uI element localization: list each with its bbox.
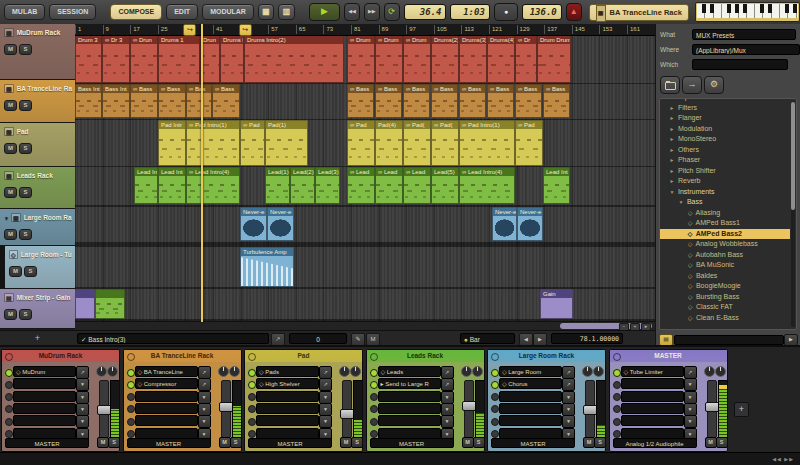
mute-button[interactable]: M bbox=[4, 44, 17, 55]
arrangement-clip[interactable]: ∞ Dr bbox=[515, 35, 537, 83]
arrangement-clip[interactable]: Drums 1 bbox=[158, 35, 200, 83]
slot-name-field[interactable] bbox=[378, 415, 441, 426]
solo-button[interactable]: S bbox=[24, 266, 37, 277]
browser-settings-button[interactable]: ⚙ bbox=[704, 76, 724, 94]
tree-item-monostereo[interactable]: ► MonoStereo bbox=[660, 134, 790, 145]
arrangement-clip[interactable]: ∞ Drum bbox=[375, 35, 403, 83]
strip-mute-button[interactable]: M bbox=[462, 437, 474, 448]
tree-item-flanger[interactable]: ► Flanger bbox=[660, 113, 790, 124]
solo-button[interactable]: S bbox=[19, 100, 32, 111]
loop-end-flag[interactable]: ↪ bbox=[239, 24, 252, 36]
which-field[interactable] bbox=[692, 59, 788, 70]
tree-item-bursting-bass[interactable]: ◇ Bursting Bass bbox=[660, 292, 790, 303]
apply-preset-button[interactable]: → bbox=[682, 76, 702, 94]
arrangement-clip[interactable]: ∞ Drum bbox=[347, 35, 375, 83]
arrangement-clip[interactable]: Drums I bbox=[220, 35, 244, 83]
strip-collapse-icon[interactable] bbox=[127, 353, 135, 361]
slot-name-field[interactable]: ◇ Chorus bbox=[499, 378, 562, 389]
device-slot-5[interactable]: ▼ bbox=[491, 428, 575, 439]
device-slot-3[interactable]: ▼ bbox=[248, 403, 332, 414]
arrangement-clip[interactable]: ∞ Bass bbox=[459, 84, 486, 118]
arrangement-clip[interactable]: Pad(1) bbox=[265, 120, 308, 166]
arrangement-clip[interactable]: Drun bbox=[200, 35, 220, 83]
browse-folder-button[interactable] bbox=[660, 76, 680, 94]
tree-item-pitch-shifter[interactable]: ► Pitch Shifter bbox=[660, 166, 790, 177]
tab-compose[interactable]: COMPOSE bbox=[110, 4, 162, 20]
slot-name-field[interactable] bbox=[621, 391, 684, 402]
mute-button[interactable]: M bbox=[4, 309, 17, 320]
slot-open-button[interactable]: ↗ bbox=[441, 378, 454, 391]
tree-item-analog-wobblebass[interactable]: ◇ Analog Wobblebass bbox=[660, 239, 790, 250]
chevron-right-icon[interactable]: ► bbox=[668, 113, 676, 124]
slot-name-field[interactable]: ◇ MuDrum bbox=[13, 366, 76, 377]
slot-open-button[interactable]: ↗ bbox=[441, 366, 454, 379]
slot-open-button[interactable]: ↗ bbox=[562, 366, 575, 379]
arrangement-clip[interactable]: Lead Int bbox=[134, 167, 158, 204]
track-header-mixer-strip-gain[interactable]: ▤Mixer Strip - GainMS bbox=[0, 289, 75, 329]
snap-mode-field[interactable]: ● Bar bbox=[460, 333, 515, 344]
mulab-menu-button[interactable]: MULAB bbox=[4, 4, 45, 20]
session-menu-button[interactable]: SESSION bbox=[49, 4, 96, 20]
slot-menu-button[interactable]: ▼ bbox=[319, 391, 332, 404]
track-header-pad[interactable]: ▦PadMS bbox=[0, 123, 75, 167]
volume-fader[interactable] bbox=[707, 380, 717, 438]
tree-item-amped-bass1[interactable]: ◇ AMPed Bass1 bbox=[660, 218, 790, 229]
device-slot-5[interactable]: ▼ bbox=[613, 428, 697, 439]
arrangement-clip[interactable]: ∞ Pad Intro(1) bbox=[186, 120, 240, 166]
tree-item-baldes[interactable]: ◇ Baldes bbox=[660, 271, 790, 282]
width-knob[interactable] bbox=[593, 366, 604, 377]
slot-name-field[interactable] bbox=[13, 403, 76, 414]
pan-knob[interactable] bbox=[218, 366, 229, 377]
arrangement-clip[interactable]: ∞ Bass bbox=[431, 84, 458, 118]
tree-item-ba-musonic[interactable]: ◇ BA MuSonic bbox=[660, 260, 790, 271]
slot-name-field[interactable] bbox=[621, 428, 684, 439]
output-select-field[interactable]: MASTER bbox=[370, 438, 454, 448]
slot-menu-button[interactable]: ▼ bbox=[562, 403, 575, 416]
arrangement-clip[interactable]: ∞ Lead Intro(4) bbox=[459, 167, 515, 204]
tree-item-others[interactable]: ► Others bbox=[660, 145, 790, 156]
device-slot-4[interactable]: ▼ bbox=[370, 415, 454, 426]
strip-mute-button[interactable]: M bbox=[705, 437, 717, 448]
strip-collapse-icon[interactable] bbox=[613, 353, 621, 361]
arrangement-clip[interactable]: Gain bbox=[540, 289, 573, 319]
tree-item-boogiemoogie[interactable]: ◇ BoogieMoogie bbox=[660, 281, 790, 292]
arrangement-clip[interactable]: ∞ Pad bbox=[515, 120, 543, 166]
panic-icon-button[interactable]: ▲ bbox=[566, 3, 582, 21]
arrangement-clip[interactable]: ∞ Pad( bbox=[403, 120, 431, 166]
arrangement-hscrollbar[interactable]: −+▸ bbox=[75, 321, 655, 330]
chevron-right-icon[interactable]: ► bbox=[668, 103, 676, 114]
device-slot-0[interactable]: ◇ MuDrum↗ bbox=[5, 366, 89, 377]
slot-name-field[interactable]: ◇ Pads bbox=[256, 366, 319, 377]
device-slot-1[interactable]: ▼ bbox=[613, 378, 697, 389]
strip-solo-button[interactable]: S bbox=[108, 437, 120, 448]
slot-name-field[interactable] bbox=[499, 403, 562, 414]
pan-knob[interactable] bbox=[704, 366, 715, 377]
slot-name-field[interactable] bbox=[135, 428, 198, 439]
arrangement-clip[interactable]: ∞ Dr 3 bbox=[102, 35, 130, 83]
arrange-zoom-button-0[interactable]: − bbox=[619, 323, 629, 330]
what-field[interactable]: MUX Presets bbox=[692, 29, 796, 40]
slot-menu-button[interactable]: ▼ bbox=[684, 391, 697, 404]
slot-name-field[interactable]: ◇ Large Room bbox=[499, 366, 562, 377]
slot-menu-button[interactable]: ▼ bbox=[562, 391, 575, 404]
slot-menu-button[interactable]: ▼ bbox=[562, 415, 575, 428]
slot-menu-button[interactable]: ▼ bbox=[441, 415, 454, 428]
width-knob[interactable] bbox=[472, 366, 483, 377]
device-slot-1[interactable]: ◇ Chorus↗ bbox=[491, 378, 575, 389]
arrangement-clip[interactable]: Bass Int bbox=[102, 84, 130, 118]
slot-menu-button[interactable]: ▼ bbox=[76, 415, 89, 428]
slot-name-field[interactable] bbox=[378, 428, 441, 439]
arrangement-clip[interactable]: Lead(3) bbox=[315, 167, 340, 204]
slot-menu-button[interactable]: ▼ bbox=[441, 391, 454, 404]
mute-button[interactable]: M bbox=[9, 266, 22, 277]
slot-name-field[interactable]: ◇ Tube Limiter bbox=[621, 366, 684, 377]
strip-solo-button[interactable]: S bbox=[230, 437, 242, 448]
position-readout[interactable]: 78.1.00000 bbox=[551, 333, 623, 344]
track-header-mudrum-rack[interactable]: ▦MuDrum RackMS bbox=[0, 24, 75, 80]
device-slot-2[interactable]: ▼ bbox=[127, 391, 211, 402]
device-slot-0[interactable]: ◇ Leads↗ bbox=[370, 366, 454, 377]
arrangement-clip[interactable]: Drum 3 bbox=[75, 35, 102, 83]
browser-hscrollbar[interactable] bbox=[674, 335, 784, 345]
slot-menu-button[interactable]: ▼ bbox=[684, 403, 697, 416]
volume-fader[interactable] bbox=[221, 380, 231, 438]
